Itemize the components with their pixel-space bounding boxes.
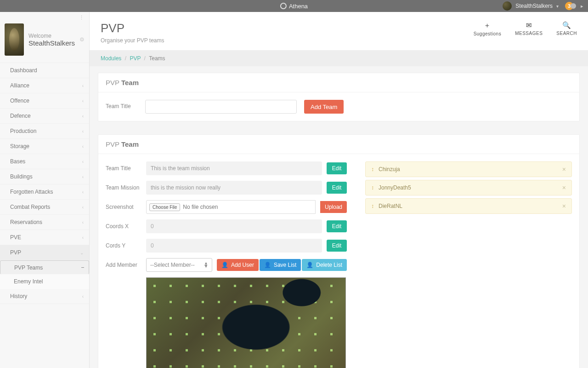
edit-mission-button[interactable]: Edit — [327, 182, 347, 194]
member-item[interactable]: ↕JonnyDeath5× — [365, 180, 572, 196]
sidebar-item-forgotten-attacks[interactable]: Forgotten Attacks‹ — [0, 184, 89, 200]
search-icon: 🔍 — [556, 21, 577, 29]
page-title: PVP — [101, 21, 164, 35]
team-title-label: Team Title — [106, 103, 138, 110]
main: PVP Organise your PVP teams ＋ Suggestion… — [90, 12, 588, 368]
upload-button[interactable]: Upload — [320, 201, 347, 213]
sidebar-item-reservations[interactable]: Reservations‹ — [0, 215, 89, 230]
sidebar-item-dashboard[interactable]: Dashboard — [0, 63, 89, 78]
app-title: Athena — [280, 3, 308, 10]
sidebar-item-offence[interactable]: Offence‹ — [0, 93, 89, 109]
sidebar-sub-enemy-intel[interactable]: Enemy Intel — [0, 274, 89, 289]
app-logo-icon — [280, 3, 287, 9]
edit-coords-y-button[interactable]: Edit — [327, 240, 347, 252]
close-icon[interactable]: × — [562, 184, 566, 191]
member-select[interactable]: --Select Member--▲▼ — [146, 258, 212, 272]
member-item[interactable]: ↕Chinzuja× — [365, 161, 572, 177]
screenshot-file-input[interactable]: Choose File No file chosen — [146, 200, 316, 214]
coords-y-value: 0 — [146, 239, 322, 253]
gear-icon[interactable]: ⚙ — [79, 36, 85, 43]
drag-icon[interactable]: ↕ — [371, 166, 374, 172]
sidebar-item-alliance[interactable]: Alliance‹ — [0, 78, 89, 93]
sidebar-item-defence[interactable]: Defence‹ — [0, 109, 89, 124]
sidebar-item-bases[interactable]: Bases‹ — [0, 154, 89, 169]
page-subtitle: Organise your PVP teams — [101, 37, 164, 44]
suggestions-button[interactable]: ＋ Suggestions — [474, 21, 502, 36]
envelope-icon: ✉ — [515, 21, 543, 29]
chevron-down-icon[interactable]: ▾ — [556, 4, 559, 9]
sidebar-username: StealthStalkers — [28, 39, 75, 47]
messages-button[interactable]: ✉ MESSAGES — [515, 21, 543, 36]
member-item[interactable]: ↕DieRatNL× — [365, 198, 572, 214]
topbar: Athena StealthStalkers ▾ 3 ▸ — [0, 0, 588, 12]
panel-add-team: PVP Team Team Title Add Team — [98, 73, 580, 121]
team-mission-value: this is the mission now really — [146, 181, 322, 195]
avatar — [5, 23, 24, 56]
drag-icon[interactable]: ↕ — [371, 184, 374, 191]
add-user-button[interactable]: 👤Add User — [217, 259, 259, 271]
notification-badge[interactable]: 3 — [565, 2, 573, 10]
panel-edit-team: PVP Team Team Title This is the team mis… — [98, 134, 580, 368]
sidebar-item-pvp[interactable]: PVP⌄ — [0, 245, 89, 260]
sidebar-item-buildings[interactable]: Buildings‹ — [0, 169, 89, 184]
user-icon: 👤 — [264, 262, 271, 268]
user-card: Welcome StealthStalkers ⚙ — [0, 23, 89, 63]
sidebar-sub-pvp-teams[interactable]: PVP Teams — [0, 260, 89, 274]
close-icon[interactable]: × — [562, 202, 566, 210]
welcome-label: Welcome — [28, 33, 75, 39]
crumb-current: Teams — [149, 55, 165, 62]
topbar-username[interactable]: StealthStalkers — [515, 3, 553, 9]
drag-icon[interactable]: ↕ — [371, 203, 374, 209]
sidebar-item-pve[interactable]: PVE‹ — [0, 230, 89, 245]
sidebar-item-storage[interactable]: Storage‹ — [0, 139, 89, 154]
save-list-button[interactable]: 👤Save List — [260, 259, 301, 271]
edit-coords-x-button[interactable]: Edit — [327, 220, 347, 232]
avatar[interactable] — [503, 1, 512, 11]
search-button[interactable]: 🔍 SEARCH — [556, 21, 577, 36]
sidebar-item-production[interactable]: Production‹ — [0, 124, 89, 139]
sidebar-menu-icon[interactable]: ⋮ — [0, 12, 89, 23]
team-title-value: This is the team mission — [146, 161, 322, 175]
delete-list-button[interactable]: 👤Delete List — [302, 259, 347, 271]
add-team-button[interactable]: Add Team — [304, 100, 344, 114]
breadcrumb: Modules / PVP / Teams — [90, 51, 588, 66]
map-screenshot — [146, 277, 346, 368]
edit-team-title-button[interactable]: Edit — [327, 162, 347, 174]
team-title-input[interactable] — [145, 100, 297, 114]
plus-icon: ＋ — [474, 21, 502, 30]
page-header: PVP Organise your PVP teams ＋ Suggestion… — [90, 12, 588, 51]
sidebar-item-history[interactable]: History‹ — [0, 289, 89, 304]
crumb-modules[interactable]: Modules — [101, 55, 121, 62]
sidebar: ⋮ Welcome StealthStalkers ⚙ Dashboard Al… — [0, 12, 90, 368]
user-icon: 👤 — [221, 262, 228, 268]
chevron-right-icon[interactable]: ▸ — [581, 3, 583, 9]
close-icon[interactable]: × — [562, 166, 566, 173]
choose-file-button[interactable]: Choose File — [149, 203, 180, 211]
coords-x-value: 0 — [146, 219, 322, 233]
sidebar-item-combat-reports[interactable]: Combat Reports‹ — [0, 200, 89, 215]
crumb-pvp[interactable]: PVP — [130, 55, 141, 62]
nav-list: Dashboard Alliance‹ Offence‹ Defence‹ Pr… — [0, 63, 89, 304]
member-list: ↕Chinzuja× ↕JonnyDeath5× ↕DieRatNL× — [365, 161, 572, 214]
user-icon: 👤 — [306, 262, 313, 268]
